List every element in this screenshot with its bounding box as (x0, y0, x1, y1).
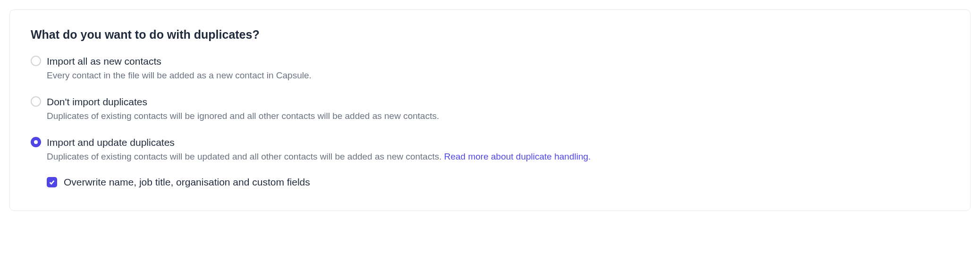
option-content: Import all as new contacts Every contact… (47, 55, 949, 82)
overwrite-option[interactable]: Overwrite name, job title, organisation … (31, 177, 949, 188)
option-label: Import all as new contacts (47, 55, 949, 68)
option-label: Import and update duplicates (47, 136, 949, 149)
option-desc: Duplicates of existing contacts will be … (47, 151, 949, 163)
radio-import-update[interactable] (31, 137, 41, 147)
option-desc: Every contact in the file will be added … (47, 69, 949, 82)
option-label: Don't import duplicates (47, 95, 949, 108)
overwrite-checkbox[interactable] (47, 177, 57, 187)
option-desc-text: Duplicates of existing contacts will be … (47, 152, 444, 161)
option-dont-import[interactable]: Don't import duplicates Duplicates of ex… (31, 95, 949, 123)
check-icon (49, 179, 55, 186)
option-content: Don't import duplicates Duplicates of ex… (47, 95, 949, 123)
checkbox-label: Overwrite name, job title, organisation … (64, 177, 310, 188)
duplicate-handling-link[interactable]: Read more about duplicate handling. (444, 152, 591, 161)
option-import-all[interactable]: Import all as new contacts Every contact… (31, 55, 949, 82)
heading: What do you want to do with duplicates? (31, 28, 949, 42)
duplicates-card: What do you want to do with duplicates? … (9, 9, 971, 211)
option-import-update[interactable]: Import and update duplicates Duplicates … (31, 136, 949, 163)
option-desc: Duplicates of existing contacts will be … (47, 110, 949, 123)
radio-dont-import[interactable] (31, 96, 41, 107)
radio-import-all[interactable] (31, 56, 41, 66)
option-content: Import and update duplicates Duplicates … (47, 136, 949, 163)
